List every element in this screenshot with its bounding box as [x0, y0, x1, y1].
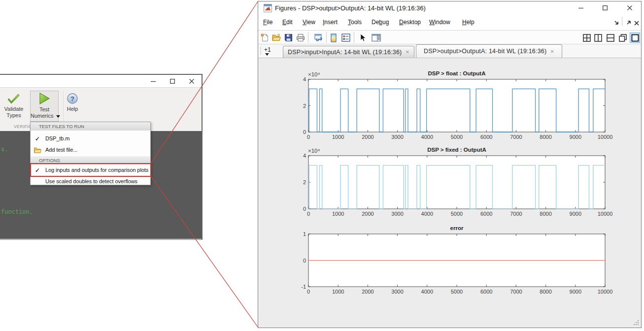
matlab-figures-window: Figures - DSP>output>OutputA: 14-bit WL …: [258, 1, 642, 328]
svg-text:2000: 2000: [362, 134, 373, 140]
tab-dsp-input[interactable]: DSP>input>InputA: 14-bit WL (19:16:36) ✕: [283, 46, 414, 58]
tab-close-icon[interactable]: ✕: [550, 49, 554, 54]
svg-text:1000: 1000: [332, 289, 344, 295]
svg-text:0: 0: [303, 129, 306, 135]
undock-button[interactable]: [626, 19, 631, 28]
svg-text:6000: 6000: [480, 211, 492, 217]
layout-single-button[interactable]: [630, 33, 640, 43]
menubar-item-help[interactable]: Help: [462, 19, 475, 26]
insert-colorbar-icon[interactable]: [330, 33, 337, 42]
close-icon: [189, 79, 194, 84]
minimize-button[interactable]: [145, 75, 162, 88]
check-icon: ✓: [35, 167, 40, 174]
figures-window-title: Figures - DSP>output>OutputA: 14-bit WL …: [275, 4, 426, 12]
new-tab-button[interactable]: +1: [264, 46, 271, 53]
svg-text:0: 0: [307, 211, 310, 217]
svg-text:4000: 4000: [421, 211, 433, 217]
dock-arrow-icon: [614, 20, 619, 26]
menubar-item-tools[interactable]: Tools: [348, 19, 362, 26]
svg-text:4000: 4000: [421, 289, 433, 295]
layout-grid-button[interactable]: [581, 33, 592, 43]
svg-text:2000: 2000: [362, 289, 373, 295]
split-vertical-icon: [594, 34, 602, 42]
tab-close-icon[interactable]: ✕: [405, 49, 409, 55]
svg-text:9000: 9000: [570, 134, 581, 140]
plot-fixed-outputa: 0100020003000400050006000700080009000100…: [291, 143, 613, 222]
plot-tools-icon[interactable]: [372, 33, 381, 42]
close-icon: [634, 21, 639, 26]
y-axis-exponent: ×10⁴: [308, 148, 320, 154]
grid-2x2-icon: [583, 34, 591, 42]
svg-text:10000: 10000: [598, 289, 613, 295]
print-figure-icon[interactable]: [296, 33, 305, 42]
dropdown-caret-icon: [56, 115, 60, 118]
svg-text:9000: 9000: [570, 211, 581, 217]
run-play-icon: [39, 93, 50, 104]
split-horizontal-icon: [607, 34, 614, 42]
menubar-item-view[interactable]: View: [303, 19, 315, 26]
layout-split-vertical-button[interactable]: [593, 33, 603, 43]
svg-text:2000: 2000: [362, 211, 373, 217]
menubar-item-edit[interactable]: Edit: [282, 19, 293, 26]
close-group-button[interactable]: [634, 19, 639, 28]
svg-text:1: 1: [303, 231, 306, 237]
save-figure-icon[interactable]: [284, 33, 293, 42]
help-icon: ?: [67, 93, 78, 104]
menubar-item-file[interactable]: File: [263, 19, 272, 26]
svg-text:9000: 9000: [570, 289, 581, 295]
test-numerics-button[interactable]: Test Numerics: [30, 91, 59, 122]
dock-figure-button[interactable]: [614, 19, 619, 28]
minimize-icon: [578, 5, 583, 10]
code-line: s.: [1, 146, 8, 153]
menubar-item-window[interactable]: Window: [429, 19, 450, 26]
edit-plot-arrow-icon[interactable]: [360, 33, 367, 42]
svg-text:7000: 7000: [510, 289, 522, 295]
layout-cascade-button[interactable]: [617, 33, 628, 43]
svg-text:0: 0: [307, 134, 310, 140]
menubar-item-insert[interactable]: Insert: [323, 19, 338, 26]
tab-dsp-output[interactable]: DSP>output>OutputA: 14-bit WL (19:16:36)…: [416, 44, 562, 58]
close-button[interactable]: [183, 75, 200, 88]
svg-text:0: 0: [303, 206, 306, 212]
toolbar-separator: [354, 32, 354, 43]
menu-item-label: Add test file...: [45, 147, 77, 153]
menubar-item-debug[interactable]: Debug: [372, 19, 389, 26]
y-axis-exponent: ×10⁴: [308, 71, 320, 77]
check-icon: ✓: [35, 135, 40, 142]
menubar-item-desktop[interactable]: Desktop: [399, 19, 421, 26]
maximize-button[interactable]: [164, 75, 181, 88]
svg-text:4: 4: [303, 76, 306, 82]
link-plot-icon[interactable]: [314, 33, 323, 42]
figures-menubar: FileEditViewInsertToolsDebugDesktopWindo…: [258, 15, 641, 30]
test-numerics-label-1: Test: [39, 106, 49, 112]
resize-grip[interactable]: [633, 320, 640, 326]
svg-text:1000: 1000: [332, 211, 344, 217]
green-check-icon: [7, 93, 20, 104]
menu-item-label: Log inputs and outputs for comparison pl…: [45, 167, 148, 173]
help-button[interactable]: ? Help: [60, 93, 85, 112]
plot-float-outputa: 0100020003000400050006000700080009000100…: [291, 66, 613, 145]
open-file-icon[interactable]: [272, 33, 281, 42]
tab-label: DSP>output>OutputA: 14-bit WL (19:16:36): [424, 48, 546, 55]
maximize-button[interactable]: [597, 1, 613, 14]
plot-error: 0100020003000400050006000700080009000100…: [291, 221, 613, 299]
svg-text:0: 0: [307, 289, 310, 295]
left-window-titlebar: [0, 75, 202, 88]
close-button[interactable]: [621, 1, 638, 14]
minimize-button[interactable]: [573, 1, 589, 14]
folder-icon: [34, 147, 41, 153]
layout-split-horizontal-button[interactable]: [605, 33, 615, 43]
svg-text:3000: 3000: [391, 211, 403, 217]
new-tab-caret-icon[interactable]: [265, 53, 269, 56]
test-numerics-label-2: Numerics: [31, 113, 53, 119]
svg-text:6000: 6000: [480, 289, 492, 295]
validate-types-label-1: Validate: [4, 106, 24, 112]
validate-types-button[interactable]: Validate Types: [1, 93, 27, 119]
figures-toolbar: [258, 30, 641, 44]
svg-text:2: 2: [303, 103, 306, 109]
new-figure-icon[interactable]: [261, 33, 269, 42]
dropdown-header-options: OPTIONS: [31, 156, 150, 165]
insert-legend-icon[interactable]: [341, 33, 350, 42]
toolbar-separator: [326, 32, 327, 43]
tabstrip-grip: [260, 47, 261, 56]
